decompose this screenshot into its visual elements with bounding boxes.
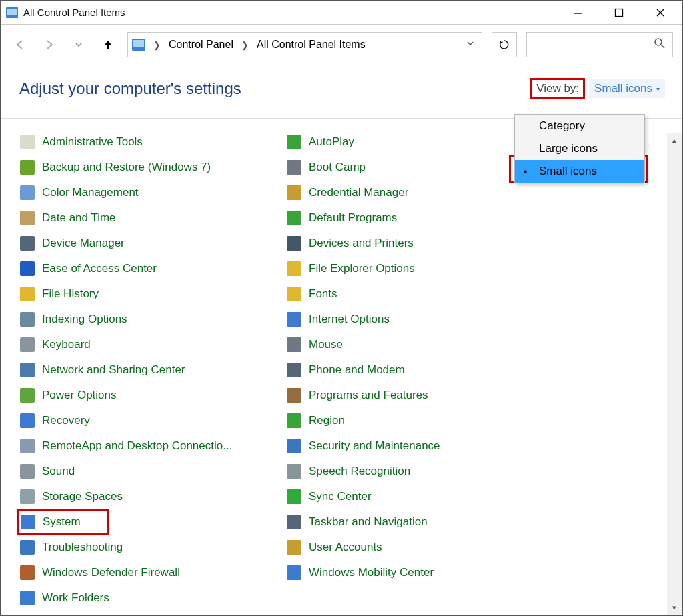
up-button[interactable] <box>98 35 118 55</box>
cp-item-ease-of-access-center[interactable]: Ease of Access Center <box>19 256 266 281</box>
cp-item-fonts[interactable]: Fonts <box>286 281 533 307</box>
cp-item-boot-camp[interactable]: Boot Camp <box>286 155 533 180</box>
control-panel-icon <box>6 7 18 18</box>
cp-item-credential-manager[interactable]: Credential Manager <box>286 180 533 205</box>
cp-item-label: Windows Mobility Center <box>309 566 434 579</box>
cp-item-label: Speech Recognition <box>309 465 410 478</box>
cp-item-file-explorer-options[interactable]: File Explorer Options <box>286 256 533 281</box>
cp-item-system[interactable]: System <box>17 509 109 535</box>
file-history-icon <box>19 286 35 302</box>
view-option-small-icons[interactable]: Small icons <box>515 160 644 183</box>
cp-item-label: Windows Defender Firewall <box>42 566 180 579</box>
taskbar-and-navigation-icon <box>286 514 302 530</box>
cp-item-user-accounts[interactable]: User Accounts <box>286 535 533 560</box>
cp-item-region[interactable]: Region <box>286 408 533 433</box>
storage-spaces-icon <box>19 489 35 505</box>
navigation-bar: ❯ Control Panel ❯ All Control Panel Item… <box>1 25 682 65</box>
user-accounts-icon <box>286 539 302 555</box>
view-by-menu: Category Large icons Small icons <box>514 114 645 183</box>
sync-center-icon <box>286 489 302 505</box>
cp-item-label: User Accounts <box>309 541 382 554</box>
cp-item-label: File Explorer Options <box>309 262 415 275</box>
maximize-button[interactable] <box>598 1 640 24</box>
window-controls <box>557 1 681 24</box>
cp-item-administrative-tools[interactable]: Administrative Tools <box>19 129 266 155</box>
cp-item-security-and-maintenance[interactable]: Security and Maintenance <box>286 433 533 459</box>
scroll-up-button[interactable]: ▴ <box>667 133 682 147</box>
cp-item-sound[interactable]: Sound <box>19 459 266 484</box>
refresh-button[interactable] <box>492 32 517 57</box>
close-button[interactable] <box>640 1 681 24</box>
devices-and-printers-icon <box>286 235 302 251</box>
security-and-maintenance-icon <box>286 438 302 454</box>
breadcrumb-separator-icon[interactable]: ❯ <box>152 40 162 50</box>
default-programs-icon <box>286 210 302 226</box>
items-grid: Administrative ToolsBackup and Restore (… <box>1 125 682 616</box>
menu-item-label: Large icons <box>539 142 598 155</box>
power-options-icon <box>19 387 35 403</box>
cp-item-mouse[interactable]: Mouse <box>286 332 533 357</box>
cp-item-default-programs[interactable]: Default Programs <box>286 205 533 231</box>
breadcrumb-all-items[interactable]: All Control Panel Items <box>257 39 366 51</box>
recent-dropdown-button[interactable] <box>69 35 89 55</box>
cp-item-indexing-options[interactable]: Indexing Options <box>19 307 266 332</box>
vertical-scrollbar[interactable]: ▴ ▾ <box>667 133 682 615</box>
cp-item-power-options[interactable]: Power Options <box>19 383 266 408</box>
items-column-1: Administrative ToolsBackup and Restore (… <box>19 129 266 611</box>
cp-item-label: RemoteApp and Desktop Connectio... <box>42 439 232 453</box>
svg-line-10 <box>661 45 664 48</box>
color-management-icon <box>19 185 35 201</box>
cp-item-label: Date and Time <box>42 211 116 225</box>
search-box[interactable] <box>526 32 673 57</box>
cp-item-storage-spaces[interactable]: Storage Spaces <box>19 484 266 509</box>
cp-item-device-manager[interactable]: Device Manager <box>19 231 266 256</box>
breadcrumb-separator-icon[interactable]: ❯ <box>240 40 250 50</box>
internet-options-icon <box>286 311 302 327</box>
cp-item-work-folders[interactable]: Work Folders <box>19 585 266 611</box>
title-bar: All Control Panel Items <box>1 1 682 25</box>
cp-item-autoplay[interactable]: AutoPlay <box>286 129 533 155</box>
cp-item-sync-center[interactable]: Sync Center <box>286 484 533 509</box>
cp-item-keyboard[interactable]: Keyboard <box>19 332 266 357</box>
cp-item-label: Keyboard <box>42 338 91 351</box>
menu-item-label: Category <box>539 119 585 133</box>
cp-item-taskbar-and-navigation[interactable]: Taskbar and Navigation <box>286 509 533 535</box>
administrative-tools-icon <box>19 134 35 150</box>
svg-point-9 <box>655 39 662 45</box>
cp-item-date-and-time[interactable]: Date and Time <box>19 205 266 231</box>
address-dropdown-button[interactable] <box>463 39 478 51</box>
cp-item-programs-and-features[interactable]: Programs and Features <box>286 383 533 408</box>
cp-item-recovery[interactable]: Recovery <box>19 408 266 433</box>
cp-item-network-and-sharing-center[interactable]: Network and Sharing Center <box>19 357 266 383</box>
scroll-down-button[interactable]: ▾ <box>667 600 682 615</box>
minimize-button[interactable] <box>557 1 598 24</box>
cp-item-label: AutoPlay <box>309 135 354 149</box>
cp-item-remoteapp-and-desktop-connectio[interactable]: RemoteApp and Desktop Connectio... <box>19 433 266 459</box>
cp-item-windows-defender-firewall[interactable]: Windows Defender Firewall <box>19 560 266 585</box>
cp-item-label: Ease of Access Center <box>42 262 157 275</box>
back-button[interactable] <box>10 35 30 55</box>
view-option-large-icons[interactable]: Large icons <box>515 137 644 160</box>
breadcrumb-control-panel[interactable]: Control Panel <box>169 39 233 51</box>
forward-button[interactable] <box>39 35 59 55</box>
troubleshooting-icon <box>19 539 35 555</box>
recovery-icon <box>19 413 35 429</box>
ease-of-access-center-icon <box>19 261 35 277</box>
view-option-category[interactable]: Category <box>515 115 644 137</box>
cp-item-file-history[interactable]: File History <box>19 281 266 307</box>
system-icon <box>20 514 36 530</box>
cp-item-internet-options[interactable]: Internet Options <box>286 307 533 332</box>
cp-item-devices-and-printers[interactable]: Devices and Printers <box>286 231 533 256</box>
cp-item-color-management[interactable]: Color Management <box>19 180 266 205</box>
cp-item-label: Administrative Tools <box>42 135 143 149</box>
cp-item-backup-and-restore-windows-7[interactable]: Backup and Restore (Windows 7) <box>19 155 266 180</box>
cp-item-windows-mobility-center[interactable]: Windows Mobility Center <box>286 560 533 585</box>
heading-row: Adjust your computer's settings View by:… <box>1 65 682 118</box>
view-by-dropdown[interactable]: Small icons ▾ <box>589 79 665 98</box>
cp-item-speech-recognition[interactable]: Speech Recognition <box>286 459 533 484</box>
address-bar[interactable]: ❯ Control Panel ❯ All Control Panel Item… <box>127 32 482 57</box>
cp-item-label: Sync Center <box>309 490 372 503</box>
cp-item-troubleshooting[interactable]: Troubleshooting <box>19 535 266 560</box>
cp-item-phone-and-modem[interactable]: Phone and Modem <box>286 357 533 383</box>
windows-mobility-center-icon <box>286 565 302 581</box>
